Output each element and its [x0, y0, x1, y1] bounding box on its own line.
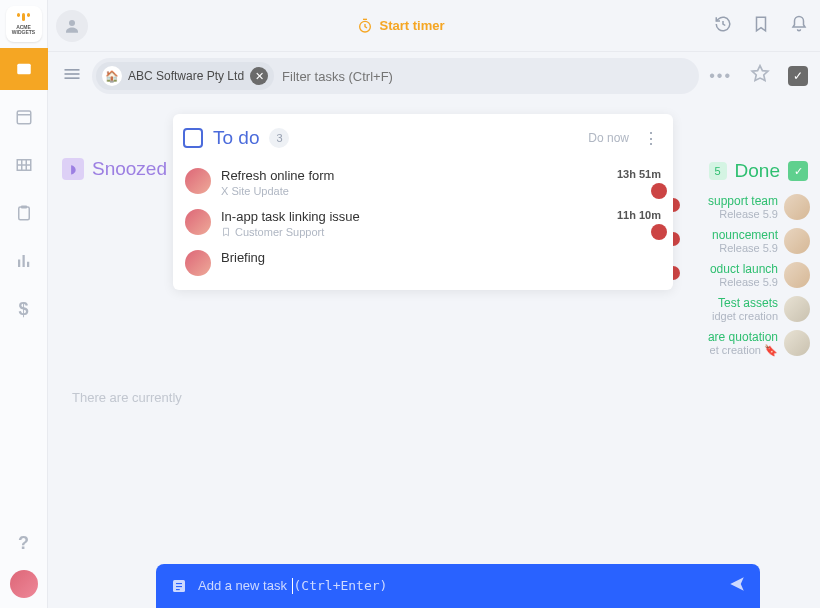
nav-clipboard[interactable] [0, 192, 48, 234]
svg-point-12 [69, 20, 75, 26]
assignee-avatar [185, 168, 211, 194]
svg-rect-15 [65, 73, 80, 75]
svg-rect-0 [17, 64, 31, 75]
svg-rect-7 [18, 207, 29, 220]
main-area: Start timer 🏠 ABC Software Pty Ltd ✕ ••• [48, 0, 820, 608]
done-item[interactable]: oduct launchRelease 5.9 [676, 258, 814, 292]
filter-bar: 🏠 ABC Software Pty Ltd ✕ ••• ✓ [48, 52, 820, 100]
assignee-avatar [784, 330, 810, 356]
column-todo-header[interactable]: To do 3 Do now ⋮ [173, 114, 673, 162]
side-rail: ACME WIDGETS $ ? [0, 0, 48, 608]
assignee-avatar [185, 209, 211, 235]
nav-help[interactable]: ? [0, 522, 48, 564]
company-icon: 🏠 [102, 66, 122, 86]
column-done-header[interactable]: 5 Done ✓ [676, 152, 820, 190]
nav-billing[interactable]: $ [0, 288, 48, 330]
svg-rect-8 [21, 206, 27, 209]
assignee-avatar [651, 224, 667, 240]
assignee-avatar [651, 183, 667, 199]
bookmark-icon[interactable] [752, 15, 770, 37]
filter-input[interactable] [282, 69, 695, 84]
svg-rect-20 [176, 589, 180, 590]
task-item[interactable]: Briefing [173, 244, 673, 290]
chip-remove-icon[interactable]: ✕ [250, 67, 268, 85]
topbar: Start timer [48, 0, 820, 52]
assignee-avatar [784, 262, 810, 288]
board: ◗ Snoozed There are currently 5 Done ✓ s… [48, 100, 820, 608]
svg-rect-14 [65, 69, 80, 71]
moon-icon: ◗ [62, 158, 84, 180]
nav-calendar[interactable] [0, 96, 48, 138]
history-icon[interactable] [714, 15, 732, 37]
check-icon: ✓ [788, 161, 808, 181]
svg-rect-10 [22, 255, 24, 267]
star-icon[interactable] [750, 64, 770, 88]
nav-board[interactable] [0, 48, 48, 90]
task-item[interactable]: In-app task linking issue Customer Suppo… [173, 203, 673, 244]
user-avatar[interactable] [10, 570, 38, 598]
filter-box[interactable]: 🏠 ABC Software Pty Ltd ✕ [92, 58, 699, 94]
filter-chip-company[interactable]: 🏠 ABC Software Pty Ltd ✕ [96, 62, 274, 90]
start-timer-button[interactable]: Start timer [88, 18, 714, 34]
assignee-avatar [185, 250, 211, 276]
snoozed-empty-text: There are currently [72, 390, 182, 405]
svg-rect-11 [27, 262, 29, 267]
checkbox-toggle[interactable]: ✓ [788, 66, 808, 86]
column-more-icon[interactable]: ⋮ [639, 129, 663, 148]
more-icon[interactable]: ••• [709, 67, 732, 85]
svg-rect-16 [65, 77, 80, 79]
done-item[interactable]: Test assetsidget creation [676, 292, 814, 326]
svg-rect-9 [18, 260, 20, 268]
svg-rect-18 [176, 583, 182, 584]
nav-grid[interactable] [0, 144, 48, 186]
done-item[interactable]: support teamRelease 5.9 [676, 190, 814, 224]
logo[interactable]: ACME WIDGETS [6, 6, 42, 42]
done-item[interactable]: are quotationet creation 🔖 [676, 326, 814, 361]
task-item[interactable]: Refresh online form X Site Update 13h 51… [173, 162, 673, 203]
do-now-button[interactable]: Do now [588, 131, 629, 145]
assignee-avatar [784, 296, 810, 322]
svg-rect-19 [176, 586, 182, 587]
done-item[interactable]: nouncementRelease 5.9 [676, 224, 814, 258]
checkbox-icon [183, 128, 203, 148]
text-cursor [292, 578, 293, 594]
column-done: 5 Done ✓ support teamRelease 5.9 nouncem… [676, 152, 820, 361]
bookmark-icon [221, 227, 231, 237]
menu-icon[interactable] [62, 64, 82, 88]
send-icon[interactable] [728, 575, 746, 597]
column-snoozed-header[interactable]: ◗ Snoozed [62, 158, 167, 180]
nav-reports[interactable] [0, 240, 48, 282]
column-todo: To do 3 Do now ⋮ Refresh online form X S… [173, 114, 673, 290]
profile-icon[interactable] [56, 10, 88, 42]
assignee-avatar [784, 228, 810, 254]
svg-rect-1 [17, 111, 31, 124]
assignee-avatar [784, 194, 810, 220]
add-task-bar[interactable]: Add a new task (Ctrl+Enter) [156, 564, 760, 608]
note-icon [170, 577, 188, 595]
bell-icon[interactable] [790, 15, 808, 37]
